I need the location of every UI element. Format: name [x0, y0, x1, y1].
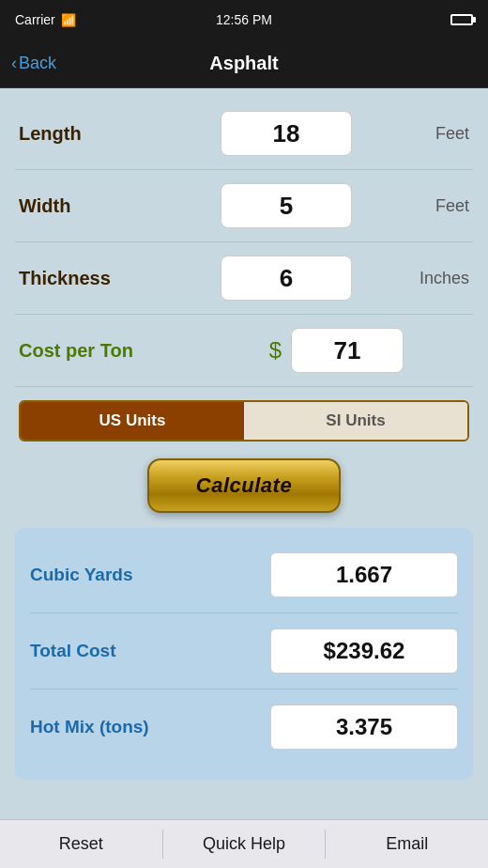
width-input[interactable]	[221, 183, 352, 228]
dollar-sign: $	[269, 337, 282, 364]
width-label: Width	[19, 195, 169, 217]
hot-mix-label: Hot Mix (tons)	[30, 717, 270, 737]
thickness-row: Thickness Inches	[15, 242, 473, 315]
length-row: Length Feet	[15, 98, 473, 170]
results-area: Cubic Yards 1.667 Total Cost $239.62 Hot…	[15, 528, 473, 780]
calculate-button[interactable]: Calculate	[147, 458, 341, 513]
bottom-toolbar: Reset Quick Help Email	[0, 819, 488, 868]
si-units-button[interactable]: SI Units	[244, 402, 467, 440]
cost-per-ton-row: Cost per Ton $	[15, 315, 473, 387]
status-right	[450, 14, 473, 25]
length-label: Length	[19, 123, 169, 145]
width-unit: Feet	[404, 196, 469, 216]
back-chevron-icon: ‹	[11, 54, 17, 73]
page-title: Asphalt	[209, 53, 278, 74]
cost-field-wrap: $	[169, 328, 404, 373]
thickness-field-wrap	[169, 256, 404, 301]
cost-per-ton-label: Cost per Ton	[19, 340, 169, 362]
status-left: Carrier 📶	[15, 12, 76, 27]
thickness-label: Thickness	[19, 268, 169, 289]
main-content: Length Feet Width Feet Thickness Inches …	[0, 88, 488, 819]
battery-icon	[450, 14, 473, 25]
unit-toggle[interactable]: US Units SI Units	[19, 400, 469, 442]
width-row: Width Feet	[15, 170, 473, 242]
reset-button[interactable]: Reset	[0, 820, 162, 868]
cubic-yards-row: Cubic Yards 1.667	[30, 537, 458, 613]
wifi-icon: 📶	[61, 13, 76, 27]
nav-bar: ‹ Back Asphalt	[0, 39, 488, 88]
total-cost-label: Total Cost	[30, 641, 270, 661]
total-cost-row: Total Cost $239.62	[30, 613, 458, 690]
length-field-wrap	[169, 111, 404, 156]
cost-per-ton-input[interactable]	[291, 328, 404, 373]
hot-mix-row: Hot Mix (tons) 3.375	[30, 690, 458, 765]
thickness-unit: Inches	[404, 269, 469, 288]
length-unit: Feet	[404, 124, 469, 144]
length-input[interactable]	[221, 111, 352, 156]
total-cost-value: $239.62	[270, 628, 458, 674]
us-units-button[interactable]: US Units	[21, 402, 244, 440]
calculate-button-wrap: Calculate	[15, 458, 473, 513]
thickness-input[interactable]	[221, 256, 352, 301]
back-label: Back	[19, 54, 56, 73]
email-button[interactable]: Email	[326, 820, 488, 868]
carrier-label: Carrier	[15, 12, 55, 27]
hot-mix-value: 3.375	[270, 705, 458, 750]
cubic-yards-label: Cubic Yards	[30, 565, 270, 585]
status-time: 12:56 PM	[216, 12, 272, 27]
cubic-yards-value: 1.667	[270, 552, 458, 597]
quick-help-button[interactable]: Quick Help	[163, 820, 326, 868]
width-field-wrap	[169, 183, 404, 228]
status-bar: Carrier 📶 12:56 PM	[0, 0, 488, 39]
back-button[interactable]: ‹ Back	[11, 54, 56, 73]
